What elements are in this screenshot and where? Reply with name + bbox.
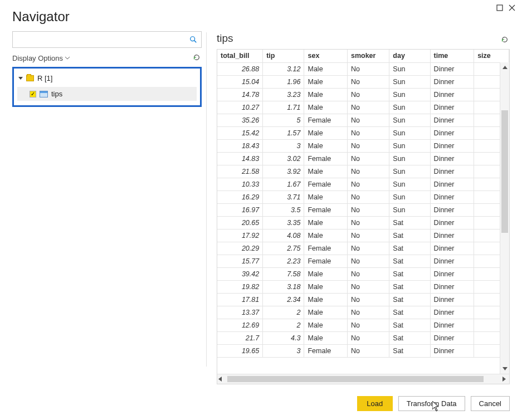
refresh-icon[interactable] [193,53,202,62]
table-row[interactable]: 20.292.75FemaleNoSatDinner [217,242,509,255]
table-cell: 35.26 [217,114,263,126]
table-cell: No [347,319,389,331]
table-icon [40,91,48,97]
table-cell: Sun [389,62,430,75]
table-cell: 16.97 [217,203,263,216]
tree-root-item[interactable]: R [1] [17,71,197,86]
table-header-row: total_billtipsexsmokerdaytimesize [217,50,509,62]
table-cell: No [347,191,389,203]
scroll-up-icon[interactable] [500,62,509,72]
table-cell: Sat [389,306,430,319]
tree-child-label: tips [51,90,62,98]
hscroll-thumb[interactable] [227,376,484,382]
table-cell: No [347,178,389,191]
table-cell: No [347,242,389,255]
table-cell: Sat [389,293,430,306]
horizontal-scrollbar[interactable] [217,374,509,384]
table-row[interactable]: 17.812.34MaleNoSatDinner [217,293,509,306]
table-row[interactable]: 15.772.23FemaleNoSatDinner [217,255,509,267]
table-cell: 10.27 [217,101,263,114]
display-options-dropdown[interactable]: Display Options [12,54,70,62]
table-cell: Dinner [430,344,474,357]
scroll-right-icon[interactable] [499,377,509,382]
table-row[interactable]: 39.427.58MaleNoSatDinner [217,267,509,280]
table-cell: 39.42 [217,267,263,280]
table-cell: Dinner [430,306,474,319]
table-cell: No [347,331,389,344]
display-options-label: Display Options [12,54,63,62]
column-header[interactable]: total_bill [217,50,263,62]
transform-data-button[interactable]: Transform Data [398,396,465,411]
table-cell: 15.42 [217,126,263,139]
table-row[interactable]: 19.823.18MaleNoSatDinner [217,280,509,293]
scroll-thumb[interactable] [501,110,508,233]
table-cell: Dinner [430,139,474,152]
table-row[interactable]: 10.331.67FemaleNoSunDinner [217,178,509,191]
table-cell: No [347,344,389,357]
table-cell: Dinner [430,319,474,331]
table-row[interactable]: 16.973.5FemaleNoSunDinner [217,203,509,216]
table-cell: Sat [389,216,430,229]
vertical-scrollbar[interactable] [500,62,509,374]
table-cell: No [347,306,389,319]
table-row[interactable]: 20.653.35MaleNoSatDinner [217,216,509,229]
table-cell: Female [304,178,347,191]
checkbox-checked-icon[interactable]: ✓ [30,91,36,97]
load-button[interactable]: Load [357,396,393,411]
maximize-icon[interactable] [495,3,504,12]
table-row[interactable]: 26.883.12MaleNoSunDinner [217,62,509,75]
table-cell: 3.35 [263,216,304,229]
table-cell: Sat [389,255,430,267]
column-header[interactable]: time [430,50,474,62]
table-row[interactable]: 15.041.96MaleNoSunDinner [217,75,509,88]
table-cell: 5 [263,114,304,126]
table-cell: Sun [389,101,430,114]
table-row[interactable]: 19.653FemaleNoSatDinner [217,344,509,357]
table-row[interactable]: 18.433MaleNoSunDinner [217,139,509,152]
table-cell: No [347,126,389,139]
table-row[interactable]: 21.583.92MaleNoSunDinner [217,165,509,178]
table-cell: 3.5 [263,203,304,216]
table-cell: 3.02 [263,152,304,165]
close-icon[interactable] [508,3,516,12]
table-cell: Sun [389,178,430,191]
table-cell: No [347,216,389,229]
table-row[interactable]: 16.293.71MaleNoSunDinner [217,191,509,203]
table-row[interactable]: 13.372MaleNoSatDinner [217,306,509,319]
column-header[interactable]: smoker [347,50,389,62]
column-header[interactable]: sex [304,50,347,62]
table-cell: 14.78 [217,88,263,101]
table-row[interactable]: 10.271.71MaleNoSunDinner [217,101,509,114]
cancel-button[interactable]: Cancel [471,396,510,411]
column-header[interactable]: day [389,50,430,62]
table-cell: 2.34 [263,293,304,306]
tree-panel: R [1] ✓ tips [12,67,202,107]
column-header[interactable]: size [474,50,509,62]
table-cell: Male [304,75,347,88]
table-row[interactable]: 17.924.08MaleNoSatDinner [217,229,509,242]
table-cell: Sat [389,229,430,242]
tree-root-label: R [1] [37,74,52,82]
search-input-wrap[interactable] [12,31,202,48]
column-header[interactable]: tip [263,50,304,62]
preview-table: total_billtipsexsmokerdaytimesize 26.883… [217,49,510,384]
table-cell: Dinner [430,114,474,126]
table-row[interactable]: 14.783.23MaleNoSunDinner [217,88,509,101]
table-cell: Male [304,319,347,331]
scroll-down-icon[interactable] [500,364,509,374]
table-row[interactable]: 14.833.02FemaleNoSunDinner [217,152,509,165]
table-row[interactable]: 35.265FemaleNoSunDinner [217,114,509,126]
table-row[interactable]: 15.421.57MaleNoSunDinner [217,126,509,139]
scroll-left-icon[interactable] [217,377,227,382]
table-row[interactable]: 21.74.3MaleNoSatDinner [217,331,509,344]
table-cell: 1.57 [263,126,304,139]
search-input[interactable] [16,36,189,44]
table-cell: Female [304,114,347,126]
table-cell: No [347,101,389,114]
preview-refresh-icon[interactable] [501,34,510,43]
table-row[interactable]: 12.692MaleNoSatDinner [217,319,509,331]
tree-child-item[interactable]: ✓ tips [17,87,197,101]
table-cell: 20.29 [217,242,263,255]
table-cell: 15.04 [217,75,263,88]
table-cell: Dinner [430,88,474,101]
